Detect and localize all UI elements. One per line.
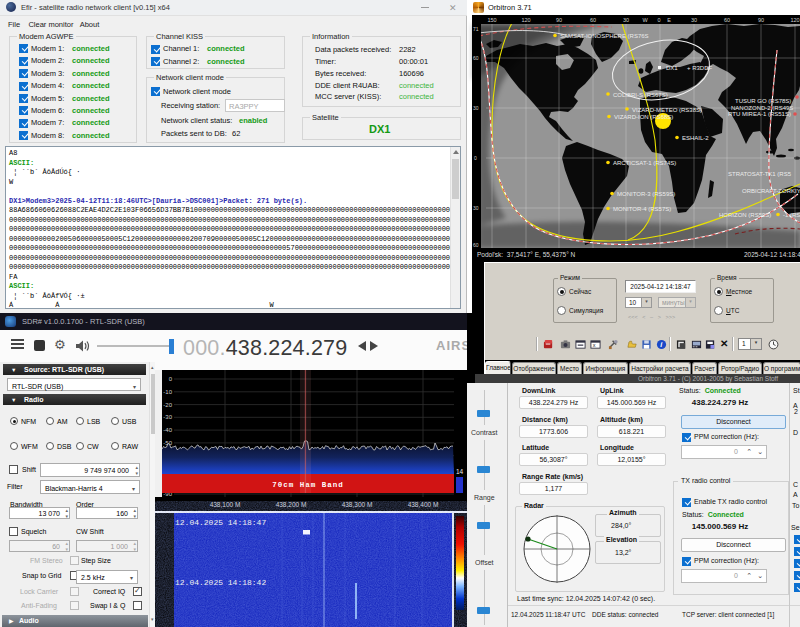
svg-text:TUSUR GO (RS78S): TUSUR GO (RS78S) [735, 98, 791, 104]
svg-text:-1 (RS: -1 (RS [783, 212, 800, 218]
svg-text:0: 0 [474, 155, 477, 161]
svg-text:30: 30 [623, 17, 629, 23]
svg-text:COLIBRI-S (RS67S): COLIBRI-S (RS67S) [613, 92, 668, 98]
svg-text:-30: -30 [163, 414, 172, 420]
svg-text:W: W [642, 17, 648, 23]
svg-text:60: 60 [473, 55, 479, 61]
svg-text:12.04.2025 14:18:42: 12.04.2025 14:18:42 [175, 578, 266, 587]
svg-text:12.04.2025 14:18:47: 12.04.2025 14:18:47 [175, 518, 266, 527]
svg-text:RTU MIREA-1 (RS51S): RTU MIREA-1 (RS51S) [728, 111, 791, 117]
svg-text:0: 0 [657, 17, 660, 23]
svg-text:SAMSAT-IONOSPHERE (RS76S: SAMSAT-IONOSPHERE (RS76S [560, 33, 649, 39]
svg-text:+ R3DDF: + R3DDF [687, 65, 713, 71]
svg-text:71: 71 [473, 26, 479, 32]
svg-text:VIZARD-METEO (RS38S): VIZARD-METEO (RS38S) [632, 107, 702, 113]
svg-text:ORBICRAFT-ZORKIY: ORBICRAFT-ZORKIY [742, 188, 800, 194]
svg-text:14: 14 [456, 468, 464, 475]
svg-text:438,400 M: 438,400 M [408, 501, 439, 508]
svg-text:438,100 M: 438,100 M [210, 501, 241, 508]
svg-text:120: 120 [521, 17, 530, 23]
svg-text:90: 90 [758, 17, 764, 23]
svg-text:90: 90 [556, 17, 562, 23]
svg-text:x: x [593, 342, 596, 348]
svg-text:-20: -20 [163, 402, 172, 408]
svg-text:DX1: DX1 [666, 65, 678, 71]
svg-text:438,200 M: 438,200 M [276, 501, 307, 508]
svg-text:STRATOSAT-TK1 (RS5: STRATOSAT-TK1 (RS5 [728, 171, 792, 177]
svg-text:60: 60 [590, 17, 596, 23]
svg-text:VIZARD-ION (RS68S): VIZARD-ION (RS68S) [614, 114, 673, 120]
svg-text:HORIZON (RS59S): HORIZON (RS59S) [719, 212, 771, 218]
svg-text:120: 120 [790, 17, 799, 23]
svg-text:30: 30 [473, 205, 479, 211]
svg-text:ARCTICSAT-1 (RS74S): ARCTICSAT-1 (RS74S) [613, 160, 676, 166]
svg-text:30: 30 [691, 17, 697, 23]
svg-text:MONITOR-4 (RS57S): MONITOR-4 (RS57S) [613, 206, 671, 212]
svg-text:438,300 M: 438,300 M [342, 501, 373, 508]
svg-text:E: E [667, 17, 671, 23]
svg-text:30: 30 [473, 105, 479, 111]
svg-text:150: 150 [487, 17, 496, 23]
svg-text:-40: -40 [163, 427, 172, 433]
svg-text:60: 60 [724, 17, 730, 23]
svg-text:-10: -10 [163, 389, 172, 395]
svg-text:ESHAIL-2: ESHAIL-2 [682, 135, 709, 141]
svg-text:MONITOR-3 (RS59S): MONITOR-3 (RS59S) [617, 191, 675, 197]
